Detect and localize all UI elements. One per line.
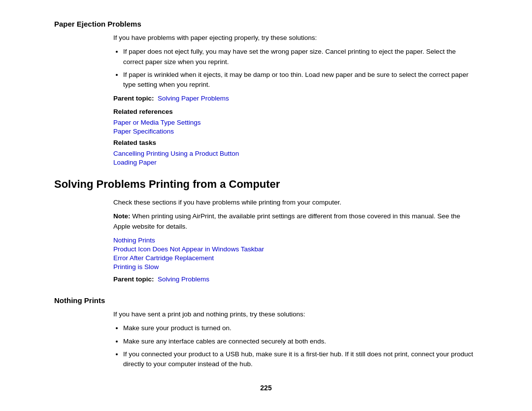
paper-media-type-link[interactable]: Paper or Media Type Settings (113, 119, 478, 126)
nothing-prints-intro: If you have sent a print job and nothing… (113, 309, 478, 319)
related-references-links: Paper or Media Type Settings Paper Speci… (113, 119, 478, 135)
related-task-links: Cancelling Printing Using a Product Butt… (113, 150, 478, 166)
solving-problems-title: Solving Problems Printing from a Compute… (54, 178, 478, 191)
bullet-item: Make sure any interface cables are conne… (123, 337, 478, 346)
nothing-prints-title: Nothing Prints (54, 296, 478, 305)
error-cartridge-link[interactable]: Error After Cartridge Replacement (113, 254, 478, 262)
paper-ejection-intro: If you have problems with paper ejecting… (113, 33, 478, 43)
note-label: Note: (113, 212, 131, 220)
bullet-item: If paper does not eject fully, you may h… (123, 47, 478, 67)
bullet-item: If you connected your product to a USB h… (123, 349, 478, 370)
product-icon-link[interactable]: Product Icon Does Not Appear in Windows … (113, 245, 478, 253)
nothing-prints-bullets: Make sure your product is turned on. Mak… (123, 323, 478, 369)
solving-parent-topic-row: Parent topic: Solving Problems (113, 274, 478, 284)
page-number: 225 (54, 384, 478, 392)
paper-ejection-title: Paper Ejection Problems (54, 20, 478, 28)
solving-problems-intro: Check these sections if you have problem… (113, 198, 478, 207)
parent-topic-row: Parent topic: Solving Paper Problems (113, 94, 478, 103)
parent-topic-link[interactable]: Solving Paper Problems (158, 95, 229, 102)
related-references-label: Related references (113, 107, 478, 117)
bullet-item: If paper is wrinkled when it ejects, it … (123, 70, 478, 90)
loading-paper-link[interactable]: Loading Paper (113, 159, 478, 166)
related-tasks-label: Related tasks (113, 138, 478, 148)
nothing-prints-section: Nothing Prints If you have sent a print … (54, 296, 478, 369)
solving-parent-topic-link[interactable]: Solving Problems (158, 275, 209, 283)
solving-parent-topic-label: Parent topic: (113, 275, 154, 283)
printing-slow-link[interactable]: Printing is Slow (113, 263, 478, 271)
note-content: When printing using AirPrint, the availa… (113, 212, 460, 230)
parent-topic-label: Parent topic: (113, 95, 154, 102)
solving-problems-note: Note: When printing using AirPrint, the … (113, 211, 478, 232)
paper-ejection-section: Paper Ejection Problems If you have prob… (54, 20, 478, 166)
cancelling-printing-link[interactable]: Cancelling Printing Using a Product Butt… (113, 150, 478, 157)
bullet-item: Make sure your product is turned on. (123, 323, 478, 333)
paper-ejection-bullets: If paper does not eject fully, you may h… (123, 47, 478, 90)
solving-problems-section: Solving Problems Printing from a Compute… (54, 178, 478, 284)
nothing-prints-link[interactable]: Nothing Prints (113, 237, 478, 244)
paper-specifications-link[interactable]: Paper Specifications (113, 128, 478, 135)
solving-problems-links: Nothing Prints Product Icon Does Not App… (113, 237, 478, 271)
